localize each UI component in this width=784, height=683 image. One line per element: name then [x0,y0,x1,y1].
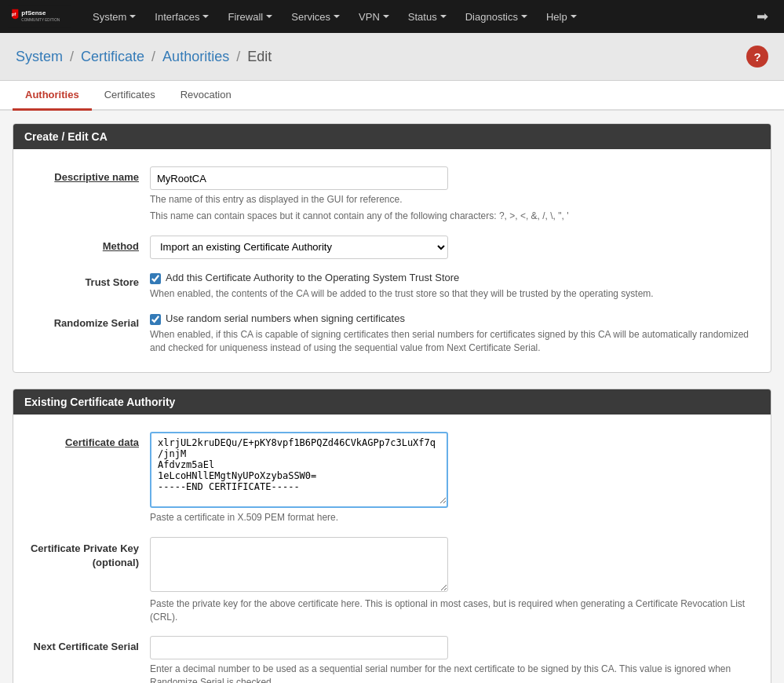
breadcrumb-sep2: / [151,49,159,64]
certificate-data-input[interactable]: xlrjUL2kruDEQu/E+pKY8vpf1B6PQZd46CVkAGPp… [151,433,447,504]
breadcrumb-current: Edit [247,49,272,64]
next-cert-serial-desc: Enter a decimal number to be used as a s… [150,663,760,683]
brand-logo: pf pfSense COMMUNITY EDITION [8,3,71,30]
randomize-serial-row: Randomize Serial Use random serial numbe… [13,306,771,361]
method-select[interactable]: Import an existing Certificate Authority… [150,236,448,259]
chevron-down-icon [440,15,447,18]
section-create-ca-body: Descriptive name The name of this entry … [13,149,771,372]
next-cert-serial-input[interactable] [150,636,448,659]
nav-vpn[interactable]: VPN [349,0,399,33]
randomize-serial-field: Use random serial numbers when signing c… [150,312,760,355]
trust-store-checkbox[interactable] [150,273,161,284]
svg-text:pfSense: pfSense [21,9,46,16]
descriptive-name-desc1: The name of this entry as displayed in t… [150,193,760,206]
certificate-data-row: Certificate data xlrjUL2kruDEQu/E+pKY8vp… [13,426,771,531]
section-existing-ca: Existing Certificate Authority Certifica… [13,389,771,683]
trust-store-row: Trust Store Add this Certificate Authori… [13,265,771,307]
descriptive-name-field: The name of this entry as displayed in t… [150,166,760,223]
nav-services[interactable]: Services [282,0,349,33]
certificate-data-field: xlrjUL2kruDEQu/E+pKY8vpf1B6PQZd46CVkAGPp… [150,432,760,524]
navbar: pf pfSense COMMUNITY EDITION System Inte… [0,0,784,33]
page-header: System / Certificate / Authorities / Edi… [0,33,784,81]
certificate-data-label: Certificate data [24,432,150,448]
navbar-menu: System Interfaces Firewall Services VPN … [83,0,749,33]
certificate-private-key-field: Paste the private key for the above cert… [150,537,760,624]
chevron-down-icon [129,15,136,18]
chevron-down-icon [571,15,577,18]
descriptive-name-label: Descriptive name [24,166,150,183]
method-label: Method [24,236,150,252]
svg-text:pf: pf [12,12,17,16]
randomize-serial-checkbox-row: Use random serial numbers when signing c… [150,312,760,325]
descriptive-name-desc2: This name can contain spaces but it cann… [150,210,760,223]
breadcrumb-sep3: / [236,49,244,64]
nav-firewall[interactable]: Firewall [218,0,282,33]
nav-status[interactable]: Status [399,0,456,33]
randomize-serial-desc: When enabled, if this CA is capable of s… [150,328,760,355]
tab-authorities[interactable]: Authorities [13,81,92,111]
tab-certificates[interactable]: Certificates [92,81,168,111]
trust-store-label: Trust Store [24,272,150,288]
next-cert-serial-label: Next Certificate Serial [24,636,150,652]
certificate-data-wrapper: xlrjUL2kruDEQu/E+pKY8vpf1B6PQZd46CVkAGPp… [150,432,448,508]
logout-button[interactable]: ➡ [749,8,776,25]
certificate-private-key-desc: Paste the private key for the above cert… [150,597,760,624]
chevron-down-icon [266,15,272,18]
nav-system[interactable]: System [83,0,145,33]
nav-interfaces[interactable]: Interfaces [145,0,218,33]
section-existing-ca-body: Certificate data xlrjUL2kruDEQu/E+pKY8vp… [13,415,771,683]
method-row: Method Import an existing Certificate Au… [13,229,771,265]
breadcrumb-certificate[interactable]: Certificate [81,49,144,64]
nav-diagnostics[interactable]: Diagnostics [456,0,537,33]
certificate-private-key-input[interactable] [150,537,448,592]
breadcrumb-sep: / [70,49,78,64]
next-cert-serial-row: Next Certificate Serial Enter a decimal … [13,630,771,683]
chevron-down-icon [383,15,389,18]
trust-store-checkbox-row: Add this Certificate Authority to the Op… [150,272,760,284]
tabs-bar: Authorities Certificates Revocation [0,81,784,111]
svg-text:COMMUNITY EDITION: COMMUNITY EDITION [21,18,60,22]
certificate-private-key-label: Certificate Private Key (optional) [24,537,150,570]
breadcrumb-system[interactable]: System [16,49,63,64]
chevron-down-icon [334,15,340,18]
breadcrumb-authorities[interactable]: Authorities [162,49,229,64]
help-button[interactable]: ? [746,46,768,68]
section-create-ca: Create / Edit CA Descriptive name The na… [13,123,771,373]
navbar-right: ➡ [749,8,776,25]
descriptive-name-input[interactable] [150,166,448,190]
tab-revocation[interactable]: Revocation [168,81,244,111]
breadcrumb: System / Certificate / Authorities / Edi… [16,49,272,65]
trust-store-desc: When enabled, the contents of the CA wil… [150,287,760,301]
nav-help[interactable]: Help [537,0,586,33]
certificate-data-desc: Paste a certificate in X.509 PEM format … [150,511,760,524]
section-create-ca-header: Create / Edit CA [13,124,771,149]
chevron-down-icon [521,15,527,18]
descriptive-name-row: Descriptive name The name of this entry … [13,160,771,229]
certificate-private-key-row: Certificate Private Key (optional) Paste… [13,531,771,630]
main-content: Create / Edit CA Descriptive name The na… [0,111,784,683]
method-field: Import an existing Certificate Authority… [150,236,760,259]
chevron-down-icon [202,15,209,18]
next-cert-serial-field: Enter a decimal number to be used as a s… [150,636,760,683]
trust-store-field: Add this Certificate Authority to the Op… [150,272,760,301]
randomize-serial-checkbox[interactable] [150,314,161,325]
randomize-serial-label: Randomize Serial [24,312,150,329]
section-existing-ca-header: Existing Certificate Authority [13,389,771,415]
